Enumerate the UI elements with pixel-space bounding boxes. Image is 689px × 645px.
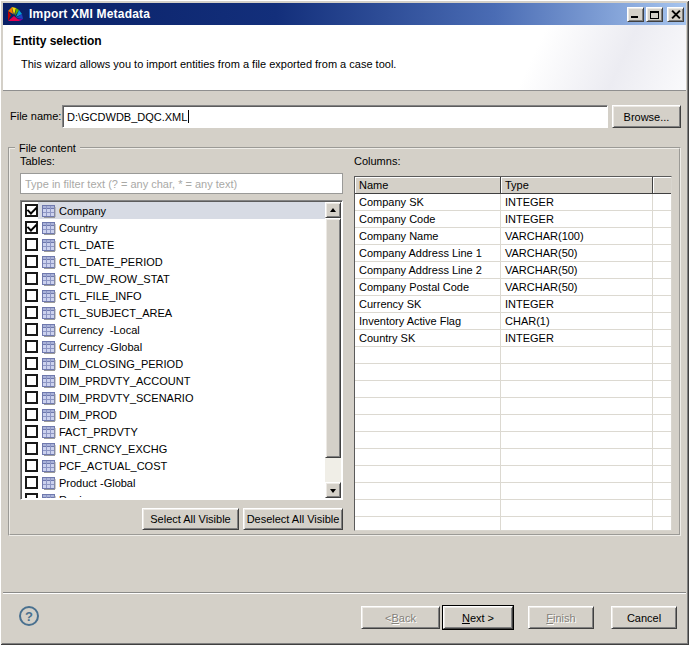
help-button[interactable]: ?: [19, 606, 39, 626]
footer-separator: [3, 592, 686, 594]
table-list-item[interactable]: CTL_SUBJECT_AREA: [22, 304, 325, 321]
table-name-label: PCF_ACTUAL_COST: [59, 460, 167, 472]
tables-list-rows: Company Country: [22, 202, 325, 498]
table-name-label: DIM_PRDVTY_SCENARIO: [59, 392, 193, 404]
table-checkbox[interactable]: [25, 221, 38, 234]
columns-label: Columns:: [354, 155, 400, 167]
text-caret: [188, 110, 189, 123]
browse-button[interactable]: Browse...: [612, 105, 681, 128]
table-checkbox[interactable]: [25, 357, 38, 370]
table-checkbox[interactable]: [25, 272, 38, 285]
column-row: Company Postal Code VARCHAR(50): [355, 279, 671, 296]
column-spare-cell: [653, 262, 671, 278]
columns-table-header: Name Type: [355, 177, 671, 194]
window-title: Import XMI Metadata: [29, 7, 627, 21]
table-list-item[interactable]: CTL_DATE: [22, 236, 325, 253]
arrow-up-icon: [330, 208, 336, 212]
column-name-cell: Company Address Line 1: [355, 245, 501, 261]
table-icon: [41, 238, 56, 252]
column-row: Company Address Line 1 VARCHAR(50): [355, 245, 671, 262]
table-checkbox[interactable]: [25, 323, 38, 336]
column-row: Currency SK INTEGER: [355, 296, 671, 313]
table-list-item[interactable]: DIM_CLOSING_PERIOD: [22, 355, 325, 372]
column-name-cell: [355, 466, 501, 482]
column-spare-cell: [653, 313, 671, 329]
column-row: [355, 398, 671, 415]
table-checkbox[interactable]: [25, 425, 38, 438]
table-checkbox[interactable]: [25, 391, 38, 404]
table-checkbox[interactable]: [25, 459, 38, 472]
table-checkbox[interactable]: [25, 493, 38, 498]
column-row: Company SK INTEGER: [355, 194, 671, 211]
table-list-item[interactable]: INT_CRNCY_EXCHG: [22, 440, 325, 457]
file-name-input[interactable]: D:\GCDWDB_DQC.XML: [62, 105, 608, 128]
scrollbar-thumb[interactable]: [325, 218, 341, 458]
close-button[interactable]: [667, 7, 684, 22]
table-icon: [41, 340, 56, 354]
scroll-down-button[interactable]: [325, 482, 341, 498]
column-row: [355, 415, 671, 432]
table-checkbox[interactable]: [25, 204, 38, 217]
table-icon: [41, 204, 56, 218]
next-button[interactable]: Next >: [443, 606, 513, 629]
table-name-label: DIM_PROD: [59, 409, 117, 421]
table-name-label: Company: [59, 205, 106, 217]
select-all-visible-button[interactable]: Select All Visible: [142, 508, 239, 530]
table-checkbox[interactable]: [25, 306, 38, 319]
table-list-item[interactable]: DIM_PROD: [22, 406, 325, 423]
minimize-button[interactable]: [627, 7, 644, 22]
column-spare-cell: [653, 245, 671, 261]
column-spare-cell: [653, 517, 671, 531]
maximize-button[interactable]: [646, 7, 663, 22]
table-list-item[interactable]: CTL_DATE_PERIOD: [22, 253, 325, 270]
column-name-cell: [355, 398, 501, 414]
column-header-name[interactable]: Name: [355, 177, 501, 193]
table-list-item[interactable]: DIM_PRDVTY_SCENARIO: [22, 389, 325, 406]
table-list-item[interactable]: CTL_FILE_INFO: [22, 287, 325, 304]
scroll-up-button[interactable]: [325, 202, 341, 218]
cancel-button[interactable]: Cancel: [611, 606, 677, 629]
wizard-banner: Entity selection This wizard allows you …: [3, 25, 686, 91]
table-list-item[interactable]: CTL_DW_ROW_STAT: [22, 270, 325, 287]
table-icon: [41, 391, 56, 405]
table-list-item[interactable]: Country: [22, 219, 325, 236]
table-icon: [41, 374, 56, 388]
table-checkbox[interactable]: [25, 442, 38, 455]
table-list-item[interactable]: DIM_PRDVTY_ACCOUNT: [22, 372, 325, 389]
table-list-item[interactable]: Company: [22, 202, 325, 219]
column-name-cell: Country SK: [355, 330, 501, 346]
table-icon: [41, 255, 56, 269]
column-name-cell: [355, 483, 501, 499]
table-checkbox[interactable]: [25, 374, 38, 387]
column-spare-cell: [653, 500, 671, 516]
column-row: [355, 347, 671, 364]
table-checkbox[interactable]: [25, 238, 38, 251]
table-checkbox[interactable]: [25, 340, 38, 353]
column-header-type[interactable]: Type: [501, 177, 653, 193]
column-type-cell: INTEGER: [501, 330, 653, 346]
table-list-item[interactable]: Currency -Local: [22, 321, 325, 338]
table-list-item[interactable]: PCF_ACTUAL_COST: [22, 457, 325, 474]
column-row: Company Name VARCHAR(100): [355, 228, 671, 245]
table-list-item[interactable]: FACT_PRDVTY: [22, 423, 325, 440]
column-spare-cell: [653, 398, 671, 414]
table-checkbox[interactable]: [25, 289, 38, 302]
table-checkbox[interactable]: [25, 476, 38, 489]
table-list-item[interactable]: Region: [22, 491, 325, 498]
column-spare-cell: [653, 211, 671, 227]
vertical-scrollbar[interactable]: [325, 202, 341, 498]
table-name-label: CTL_DATE_PERIOD: [59, 256, 163, 268]
table-name-label: Country: [59, 222, 98, 234]
table-checkbox[interactable]: [25, 408, 38, 421]
table-list-item[interactable]: Currency -Global: [22, 338, 325, 355]
deselect-all-visible-button[interactable]: Deselect All Visible: [243, 508, 343, 530]
table-list-item[interactable]: Product -Global: [22, 474, 325, 491]
table-checkbox[interactable]: [25, 255, 38, 268]
minimize-icon: [631, 16, 638, 18]
table-name-label: CTL_DATE: [59, 239, 114, 251]
column-spare-cell: [653, 296, 671, 312]
column-type-cell: [501, 398, 653, 414]
filter-input[interactable]: [20, 173, 343, 194]
column-type-cell: CHAR(1): [501, 313, 653, 329]
title-bar[interactable]: Import XMI Metadata: [3, 3, 686, 25]
